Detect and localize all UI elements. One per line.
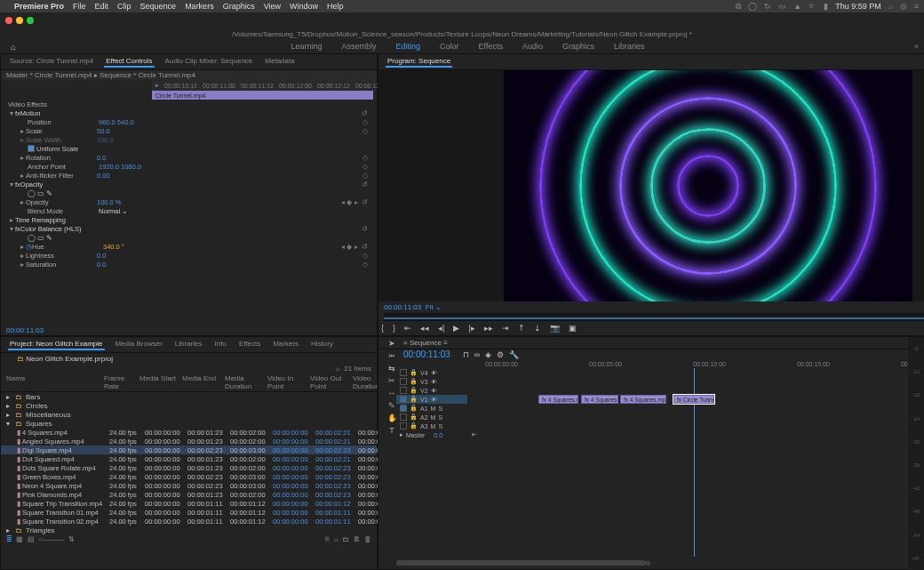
chevron-down-icon[interactable]: ⌄ [122,207,128,215]
twirl-icon[interactable]: ▾ [8,109,15,117]
tab-markers[interactable]: Markers [271,339,300,350]
find-icon[interactable]: ⌕ [334,535,339,543]
bin-folder[interactable]: ▸🗀Miscellaneous [1,410,377,419]
playhead-icon[interactable]: ▸ [155,82,159,89]
icon-view-icon[interactable]: ▦ [16,535,23,543]
tab-project[interactable]: Project: Neon Glitch Example [8,339,105,350]
ws-graphics[interactable]: Graphics [561,41,596,52]
type-tool-icon[interactable]: T [381,426,402,435]
mask-ellipse-icon[interactable]: ◯ [28,189,36,197]
pen-tool-icon[interactable]: ✎ [381,401,402,410]
menu-view[interactable]: View [264,2,281,11]
airplay-icon[interactable]: ▲ [793,2,801,11]
project-file-row[interactable]: ▮ Pink Diamonds.mp424.00 fps00:00:00:000… [1,490,377,499]
tab-info[interactable]: Info [213,339,228,350]
position-value[interactable]: 960.0 540.0 [99,118,134,126]
timeline-zoom-bar[interactable]: ○ [378,557,924,569]
ws-learning[interactable]: Learning [290,41,324,52]
blend-value[interactable]: Normal [99,207,120,215]
hand-tool-icon[interactable]: ✋ [381,413,402,422]
tab-media-browser[interactable]: Media Browser [114,339,164,350]
export-frame-icon[interactable]: 📷 [550,324,560,333]
saturation-value[interactable]: 0.0 [97,261,106,269]
ws-effects[interactable]: Effects [477,41,505,52]
step-back-icon[interactable]: ◂◂ [420,324,429,333]
freeform-view-icon[interactable]: ▤ [28,535,35,543]
step-back1-icon[interactable]: ◂| [438,324,444,333]
project-file-row[interactable]: ▮ Dots Square Rotate.mp424.00 fps00:00:0… [1,463,377,472]
bin-folder[interactable]: ▾🗀Squares [1,419,377,428]
timeline-clip[interactable]: fx 4 Squares.mp4 [620,395,666,404]
menu-window[interactable]: Window [290,2,318,11]
go-in-icon[interactable]: ⇤ [404,324,411,333]
link-icon[interactable]: ∞ [474,350,480,359]
uniform-checkbox[interactable] [28,145,35,152]
notif-icon[interactable]: ≡ [914,2,919,11]
cc-icon[interactable]: ◯ [748,2,757,11]
lift-icon[interactable]: ⤒ [518,324,525,333]
ec-time-ruler[interactable]: ▸ 00:00:10:12 00:00:11:00 00:00:11:12 00… [152,80,377,91]
colorbalance-heading[interactable]: Color Balance (HLS) [20,225,82,233]
wrench-icon[interactable]: 🔧 [509,350,519,359]
siri-icon[interactable]: ◎ [900,2,907,11]
timeline-clip[interactable]: fx 4 Squares.mp4 [581,395,618,404]
menu-help[interactable]: Help [327,2,344,11]
ec-clip-bar[interactable]: Circle Tunnel.mp4 [152,91,373,100]
ws-libraries[interactable]: Libraries [612,41,647,52]
twirl-icon[interactable]: ▾ [8,181,15,189]
mask-rect-icon[interactable]: ▭ [37,189,44,197]
anchor-value[interactable]: 1920.0 1080.0 [99,163,141,171]
mask-rect-icon[interactable]: ▭ [37,234,44,242]
new-item-icon[interactable]: 🗎 [354,535,361,543]
workspace-overflow-icon[interactable]: » [914,42,919,51]
tab-effect-controls[interactable]: Effect Controls [104,56,154,68]
program-tc[interactable]: 00:00:11:03 [384,303,421,311]
project-file-row[interactable]: ▮ Square Transition 02.mp424.00 fps00:00… [1,517,377,526]
minimize-icon[interactable] [16,17,23,24]
scale-value[interactable]: 50.0 [97,127,110,135]
maximize-icon[interactable] [27,17,34,24]
menu-markers[interactable]: Markers [185,2,214,11]
keyframe-icon[interactable]: ◇ [362,252,368,260]
timeline-tc[interactable]: 00:00:11:03 [396,349,458,359]
keyframe-icon[interactable]: ◇ [362,118,368,126]
bin-folder[interactable]: ▸🗀Circles [1,401,377,410]
go-out-icon[interactable]: ⇥ [502,324,509,333]
tab-audio-mixer[interactable]: Audio Clip Mixer: Sequence [163,56,255,68]
project-file-row[interactable]: ▮ Square Transition 01.mp424.00 fps00:00… [1,508,377,517]
selection-tool-icon[interactable]: ➤ [381,339,402,348]
project-column-headers[interactable]: Name Frame Rate Media Start Media End Me… [1,373,377,392]
col-name[interactable]: Name [6,374,104,390]
mark-in-icon[interactable]: { [381,324,384,333]
track-select-tool-icon[interactable]: ⤔ [381,351,402,360]
menu-file[interactable]: File [73,2,86,11]
twirl-icon[interactable]: ▸ [8,216,15,224]
project-file-row[interactable]: ▮ 4 Squares.mp424.00 fps00:00:00:0000:00… [1,428,377,437]
timeline-clip[interactable]: fx Circle Tunnel.mp4 [673,395,714,404]
keyframe-nav[interactable]: ◂ ◆ ▸ ↺ [341,198,368,206]
keyframe-icon[interactable]: ◇ [362,127,368,135]
step-fwd-icon[interactable]: ▸▸ [484,324,493,333]
auto-seq-icon[interactable]: ⎘ [325,535,330,543]
extract-icon[interactable]: ⤓ [534,324,541,333]
tab-source[interactable]: Source: Circle Tunnel.mp4 [8,56,95,68]
zoom-fit[interactable]: Fit [426,303,434,311]
sort-icon[interactable]: ⇅ [68,535,75,543]
mask-pen-icon[interactable]: ✎ [46,189,52,197]
mask-ellipse-icon[interactable]: ◯ [28,234,36,242]
keyframe-icon[interactable]: ◇ [362,172,368,180]
menu-clip[interactable]: Clip [117,2,131,11]
tab-libraries[interactable]: Libraries [173,339,204,350]
timeline-ruler[interactable]: 00:00:00:00 00:00:05:00 00:00:10:00 00:0… [378,359,924,368]
menu-graphics[interactable]: Graphics [223,2,255,11]
col-vo[interactable]: Video Out Point [310,374,353,390]
timeline-clip-area[interactable]: fx 4 Squares.mp4fx 4 Squares.mp4fx 4 Squ… [467,368,924,557]
opacity-value[interactable]: 100.0 % [97,198,122,206]
tab-program[interactable]: Program: Sequence [386,56,452,68]
antiflicker-value[interactable]: 0.00 [97,172,110,180]
play-icon[interactable]: ▶ [453,324,459,333]
ws-audio[interactable]: Audio [521,41,545,52]
rotation-value[interactable]: 0.0 [97,154,106,162]
marker-icon[interactable]: ◈ [485,350,491,359]
window-controls[interactable] [5,17,34,24]
